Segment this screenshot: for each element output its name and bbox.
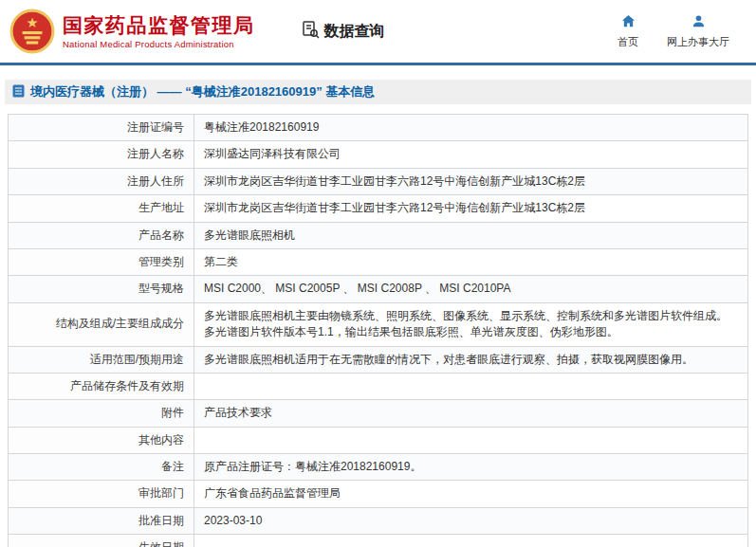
row-label: 注册人住所 (9, 168, 194, 194)
row-value: 产品技术要求 (194, 400, 748, 427)
row-label: 结构及组成/主要组成成分 (9, 302, 194, 346)
data-query-title: 数据查询 (301, 20, 385, 43)
row-label: 产品名称 (9, 222, 194, 248)
table-row: 生效日期 (9, 535, 748, 547)
row-value: 2023-03-10 (194, 507, 748, 534)
page-title-text: 境内医疗器械（注册） —— “粤械注准20182160919” 基本信息 (30, 83, 375, 100)
table-row: 生产地址深圳市龙岗区吉华街道甘李工业园甘李六路12号中海信创新产业城13C栋2层 (9, 195, 748, 222)
home-link[interactable]: 首页 (618, 14, 638, 49)
row-label: 型号规格 (9, 276, 194, 302)
row-label: 产品储存条件及有效期 (9, 373, 194, 399)
agency-name-en: National Medical Products Administration (63, 39, 255, 49)
document-icon (12, 84, 25, 100)
row-label: 备注 (9, 454, 194, 481)
home-link-label: 首页 (618, 35, 638, 49)
online-service-hall-label: 网上办事大厅 (667, 35, 729, 49)
table-row: 注册证编号粤械注准20182160919 (9, 115, 748, 141)
row-value: 深圳盛达同泽科技有限公司 (194, 141, 748, 168)
row-label: 注册证编号 (9, 115, 194, 141)
info-table-body: 注册证编号粤械注准20182160919注册人名称深圳盛达同泽科技有限公司注册人… (9, 115, 748, 547)
table-row: 审批部门广东省食品药品监督管理局 (9, 481, 748, 507)
row-value: 多光谱眼底照相机适用于在无需散瞳的情况下，对患者眼底进行观察、拍摄，获取视网膜图… (194, 346, 748, 373)
table-row: 结构及组成/主要组成成分多光谱眼底照相机主要由物镜系统、照明系统、图像系统、显示… (9, 302, 748, 346)
brand: ★ 国家药品监督管理局 National Medical Products Ad… (9, 9, 255, 54)
national-emblem-logo: ★ (9, 9, 55, 54)
table-row: 产品储存条件及有效期 (9, 373, 748, 399)
row-label: 附件 (9, 400, 194, 427)
data-query-label: 数据查询 (324, 22, 385, 42)
table-row: 型号规格MSI C2000、 MSI C2005P 、 MSI C2008P 、… (9, 276, 748, 302)
person-icon (691, 14, 706, 32)
row-value (194, 427, 748, 453)
row-value: 原产品注册证号：粤械注准20182160919。 (194, 454, 748, 481)
home-icon (621, 14, 636, 32)
row-value: MSI C2000、 MSI C2005P 、 MSI C2008P 、 MSI… (194, 276, 748, 302)
registration-info-table: 注册证编号粤械注准20182160919注册人名称深圳盛达同泽科技有限公司注册人… (8, 114, 748, 547)
header-links: 首页 网上办事大厅 (618, 14, 743, 49)
table-row: 附件产品技术要求 (9, 400, 748, 427)
row-label: 审批部门 (9, 481, 194, 507)
row-label: 生效日期 (9, 535, 194, 547)
brand-text: 国家药品监督管理局 National Medical Products Admi… (63, 13, 255, 49)
row-value: 第二类 (194, 248, 748, 275)
row-value (194, 373, 748, 399)
table-row: 备注原产品注册证号：粤械注准20182160919。 (9, 454, 748, 481)
header-divider-line (0, 63, 756, 65)
table-row: 管理类别第二类 (9, 248, 748, 275)
table-row: 注册人名称深圳盛达同泽科技有限公司 (9, 141, 748, 168)
table-row: 批准日期2023-03-10 (9, 507, 748, 534)
row-value: 多光谱眼底照相机 (194, 222, 748, 248)
row-value: 粤械注准20182160919 (194, 115, 748, 141)
table-row: 产品名称多光谱眼底照相机 (9, 222, 748, 248)
page-root: ★ 国家药品监督管理局 National Medical Products Ad… (0, 0, 756, 547)
site-header: ★ 国家药品监督管理局 National Medical Products Ad… (0, 0, 756, 63)
row-value: 深圳市龙岗区吉华街道甘李工业园甘李六路12号中海信创新产业城13C栋2层 (194, 195, 748, 222)
row-label: 生产地址 (9, 195, 194, 222)
svg-text:★: ★ (26, 15, 38, 30)
page-title: 境内医疗器械（注册） —— “粤械注准20182160919” 基本信息 (5, 80, 751, 104)
row-label: 管理类别 (9, 248, 194, 275)
data-query-icon (301, 20, 320, 43)
row-value: 广东省食品药品监督管理局 (194, 481, 748, 507)
row-value: 深圳市龙岗区吉华街道甘李工业园甘李六路12号中海信创新产业城13C栋2层 (194, 168, 748, 194)
row-label: 批准日期 (9, 507, 194, 534)
row-label: 其他内容 (9, 427, 194, 453)
row-value: 多光谱眼底照相机主要由物镜系统、照明系统、图像系统、显示系统、控制系统和多光谱图… (194, 302, 748, 346)
agency-name-cn: 国家药品监督管理局 (63, 13, 255, 37)
table-row: 适用范围/预期用途多光谱眼底照相机适用于在无需散瞳的情况下，对患者眼底进行观察、… (9, 346, 748, 373)
row-label: 适用范围/预期用途 (9, 346, 194, 373)
online-service-hall-link[interactable]: 网上办事大厅 (667, 14, 729, 49)
table-row: 其他内容 (9, 427, 748, 453)
row-value (194, 535, 748, 547)
table-row: 注册人住所深圳市龙岗区吉华街道甘李工业园甘李六路12号中海信创新产业城13C栋2… (9, 168, 748, 194)
row-label: 注册人名称 (9, 141, 194, 168)
